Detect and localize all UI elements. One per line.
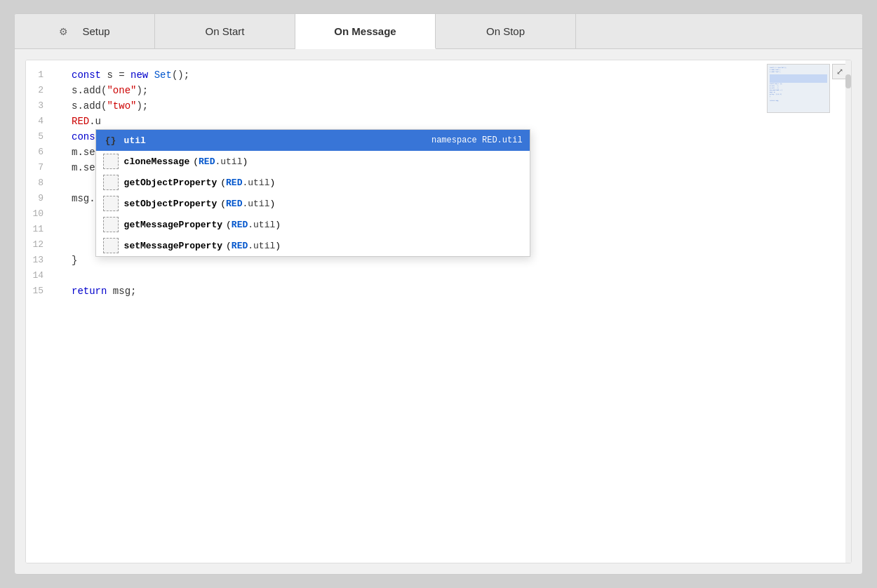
line-num-10: 10 — [26, 206, 51, 222]
ac-red-clone: RED — [199, 156, 215, 167]
ac-type-util: namespace RED.util — [431, 135, 523, 145]
code-line-4: RED.u — [72, 114, 851, 129]
line-num-4: 4 — [26, 114, 51, 129]
line-num-11: 11 — [26, 222, 51, 237]
ac-label-set-msg: setMessageProperty — [124, 241, 222, 251]
ac-icon-clone-message — [103, 154, 119, 169]
ac-dot-set-msg: .util — [248, 241, 275, 251]
tab-on-stop[interactable]: On Stop — [436, 14, 576, 48]
ac-paren-clone: ( — [193, 156, 199, 167]
gear-icon: ⚙ — [59, 26, 68, 37]
line-num-8: 8 — [26, 175, 51, 191]
ac-label-clone-message: cloneMessage — [124, 156, 190, 167]
code-editor[interactable]: 1 2 3 4 5 6 7 8 9 10 11 12 13 14 15 cons… — [26, 60, 851, 563]
line-num-15: 15 — [26, 283, 51, 299]
tab-bar: ⚙ Setup On Start On Message On Stop — [15, 14, 862, 49]
ac-icon-util: {} — [103, 133, 119, 148]
code-area: const s = new Set(); s.add("one"); s.add… — [25, 60, 852, 563]
line-num-2: 2 — [26, 83, 51, 98]
code-line-3: s.add("two"); — [72, 98, 851, 114]
line-num-5: 5 — [26, 129, 51, 145]
ac-label-get-obj: getObjectProperty — [124, 178, 217, 188]
ac-dot-get-msg: .util — [248, 220, 275, 230]
ac-paren-get-obj: ( — [220, 178, 226, 188]
tab-on-start[interactable]: On Start — [155, 14, 295, 48]
ac-dot-set-obj: .util — [242, 199, 269, 209]
ac-red-get-obj: RED — [226, 178, 242, 188]
tab-on-message-label: On Message — [334, 25, 396, 37]
line-num-13: 13 — [26, 253, 51, 268]
ac-red-set-msg: RED — [232, 241, 248, 251]
tab-on-start-label: On Start — [206, 25, 245, 37]
ac-item-set-object-property[interactable]: setObjectProperty (RED.util) — [96, 193, 530, 214]
line-num-9: 9 — [26, 191, 51, 206]
line-num-1: 1 — [26, 67, 51, 83]
editor-container: ⚙ Setup On Start On Message On Stop cons… — [14, 13, 863, 575]
ac-icon-set-obj — [103, 196, 119, 211]
tab-setup-label: Setup — [82, 25, 109, 37]
ac-label-set-obj: setObjectProperty — [124, 199, 217, 209]
ac-item-get-message-property[interactable]: getMessageProperty (RED.util) — [96, 214, 530, 235]
tab-setup[interactable]: ⚙ Setup — [15, 14, 155, 48]
ac-icon-get-msg — [103, 217, 119, 232]
tab-on-stop-label: On Stop — [486, 25, 525, 37]
line-num-3: 3 — [26, 98, 51, 114]
line-numbers: 1 2 3 4 5 6 7 8 9 10 11 12 13 14 15 — [26, 60, 61, 563]
ac-label-util: util — [124, 135, 146, 146]
ac-dot-get-obj: .util — [242, 178, 269, 188]
ac-item-clone-message[interactable]: cloneMessage (RED.util) — [96, 151, 530, 172]
code-line-1: const s = new Set(); — [72, 67, 851, 83]
code-line-2: s.add("one"); — [72, 83, 851, 98]
autocomplete-dropdown: {} util namespace RED.util cloneMessage … — [95, 129, 530, 257]
code-line-15: return msg; — [72, 283, 851, 299]
ac-icon-get-obj — [103, 175, 119, 190]
line-num-14: 14 — [26, 268, 51, 283]
code-line-14 — [72, 268, 851, 283]
ac-red-set-obj: RED — [226, 199, 242, 209]
ac-item-get-object-property[interactable]: getObjectProperty (RED.util) — [96, 172, 530, 193]
ac-dot-clone: .util — [215, 156, 242, 167]
ac-icon-set-msg — [103, 238, 119, 253]
line-num-12: 12 — [26, 237, 51, 253]
ac-label-get-msg: getMessageProperty — [124, 220, 222, 230]
ac-item-util[interactable]: {} util namespace RED.util — [96, 130, 530, 151]
code-content[interactable]: const s = new Set(); s.add("one"); s.add… — [61, 60, 851, 563]
tab-on-message[interactable]: On Message — [295, 14, 436, 49]
line-num-6: 6 — [26, 145, 51, 160]
ac-red-get-msg: RED — [232, 220, 248, 230]
ac-paren2-clone: ) — [242, 156, 248, 167]
ac-item-set-message-property[interactable]: setMessageProperty (RED.util) — [96, 235, 530, 256]
line-num-7: 7 — [26, 160, 51, 175]
